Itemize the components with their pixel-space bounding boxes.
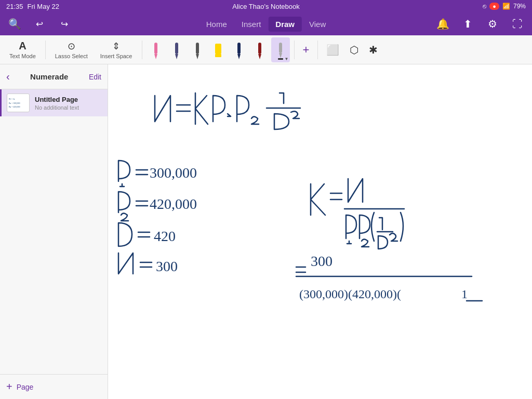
search-button[interactable]: 🔍 — [6, 16, 23, 32]
page-info: Untitled Page No additional text — [35, 96, 102, 111]
svg-rect-4 — [196, 43, 199, 54]
svg-rect-2 — [175, 43, 178, 54]
svg-text:300: 300 — [311, 253, 332, 269]
svg-marker-9 — [237, 54, 241, 59]
add-pen-button[interactable]: + — [299, 37, 314, 62]
svg-marker-11 — [258, 54, 261, 59]
blue-pen-tool-1[interactable] — [167, 37, 186, 62]
svg-rect-12 — [279, 43, 282, 53]
page-subtitle-text: No additional text — [35, 104, 102, 111]
pink-pen-tool[interactable] — [147, 37, 165, 62]
svg-marker-1 — [154, 54, 157, 59]
battery-display: 79% — [513, 3, 526, 10]
svg-rect-0 — [154, 43, 157, 54]
variables-list: 300,000 420,000 420 300 — [118, 161, 197, 274]
time-display: 21:35 — [6, 3, 23, 10]
nav-left-icons: 🔍 ↩ ↪ — [6, 16, 73, 32]
tab-view[interactable]: View — [302, 17, 333, 32]
expand-button[interactable]: ⛶ — [509, 16, 526, 32]
nav-right-icons: 🔔 ⬆ ⚙ ⛶ — [434, 16, 526, 32]
text-mode-button[interactable]: A Text Mode — [4, 37, 41, 62]
k-formula — [311, 179, 404, 249]
dark-pen-tool[interactable] — [188, 37, 207, 62]
app-title: Alice Thao's Notebook — [232, 3, 299, 10]
divider-1 — [45, 41, 46, 59]
settings-button[interactable]: ⚙ — [484, 16, 501, 32]
text-mode-label: Text Mode — [9, 53, 36, 59]
canvas-area[interactable]: 300,000 420,000 420 300 — [108, 64, 532, 399]
airplay-icon: ⎋ — [483, 3, 486, 10]
active-pen-tool[interactable]: ▼ — [271, 37, 290, 62]
page-thumbnail: N = k P₁ = 300,000 P₂ = 420,000 — [7, 94, 30, 112]
insert-space-button[interactable]: ⇕ Insert Space — [95, 37, 138, 62]
back-button[interactable]: ‹ — [6, 71, 10, 83]
lasso-select-button[interactable]: ⊙ Lasso Select — [50, 37, 93, 62]
status-bar: 21:35 Fri May 22 Alice Thao's Notebook ⎋… — [0, 0, 532, 12]
svg-text:N = k: N = k — [9, 98, 15, 100]
sidebar: ‹ Numerade Edit N = k P₁ = 300,000 P₂ = … — [0, 64, 108, 399]
svg-text:300: 300 — [156, 258, 178, 274]
yellow-highlighter-tool[interactable] — [209, 37, 228, 62]
tab-draw[interactable]: Draw — [268, 17, 302, 32]
insert-space-icon: ⇕ — [112, 41, 120, 52]
svg-text:420,000: 420,000 — [150, 196, 197, 212]
redo-button[interactable]: ↪ — [56, 16, 73, 32]
wifi-icon: 📶 — [502, 3, 510, 10]
add-page-icon: + — [6, 381, 12, 393]
svg-rect-10 — [258, 43, 261, 54]
svg-text:300,000: 300,000 — [150, 165, 197, 181]
divider-3 — [294, 41, 295, 59]
recording-indicator: ● — [489, 3, 499, 10]
notebook-name: Numerade — [30, 72, 68, 81]
share-button[interactable]: ⬆ — [459, 16, 476, 32]
tab-home[interactable]: Home — [199, 17, 234, 32]
main-equation — [155, 93, 300, 129]
svg-text:1: 1 — [461, 287, 468, 301]
edit-button[interactable]: Edit — [89, 73, 101, 81]
undo-button[interactable]: ↩ — [31, 16, 48, 32]
dark-red-pen-tool[interactable] — [250, 37, 269, 62]
selection-tool-button[interactable]: ⬜ — [322, 37, 343, 62]
lasso-icon: ⊙ — [68, 41, 75, 52]
svg-rect-7 — [215, 54, 221, 57]
status-left: 21:35 Fri May 22 — [6, 3, 59, 10]
insert-space-label: Insert Space — [100, 53, 132, 59]
date-display: Fri May 22 — [28, 3, 59, 10]
divider-4 — [317, 41, 318, 59]
svg-rect-14 — [278, 58, 283, 60]
main-content: ‹ Numerade Edit N = k P₁ = 300,000 P₂ = … — [0, 64, 532, 399]
erase-tool-button[interactable]: ✱ — [365, 37, 382, 62]
status-right: ⎋ ● 📶 79% — [483, 3, 526, 10]
nav-tabs: Home Insert Draw View — [199, 17, 333, 32]
draw-toolbar: A Text Mode ⊙ Lasso Select ⇕ Insert Spac… — [0, 35, 532, 64]
svg-rect-8 — [237, 43, 241, 54]
text-mode-icon: A — [19, 40, 26, 52]
svg-marker-3 — [175, 54, 178, 59]
svg-text:(300,000)(420,000)(: (300,000)(420,000)( — [299, 287, 401, 301]
page-item[interactable]: N = k P₁ = 300,000 P₂ = 420,000 Untitled… — [0, 89, 108, 116]
notifications-button[interactable]: 🔔 — [434, 16, 451, 32]
lasso-select-label: Lasso Select — [55, 53, 88, 59]
sidebar-header: ‹ Numerade Edit — [0, 64, 108, 89]
page-title-text: Untitled Page — [35, 96, 102, 103]
divider-2 — [142, 41, 142, 59]
tab-insert[interactable]: Insert — [234, 17, 269, 32]
move-tool-button[interactable]: ⬡ — [345, 37, 363, 62]
nav-bar: 🔍 ↩ ↪ Home Insert Draw View 🔔 ⬆ ⚙ ⛶ — [0, 12, 532, 35]
navy-pen-tool[interactable] — [230, 37, 248, 62]
svg-marker-5 — [196, 54, 199, 59]
svg-marker-13 — [279, 53, 282, 58]
svg-text:420: 420 — [154, 228, 176, 244]
svg-rect-6 — [215, 44, 221, 54]
add-page-label: Page — [17, 383, 34, 391]
sidebar-footer[interactable]: + Page — [0, 374, 108, 399]
substitution: 300 (300,000)(420,000)( 1 — [296, 253, 482, 301]
